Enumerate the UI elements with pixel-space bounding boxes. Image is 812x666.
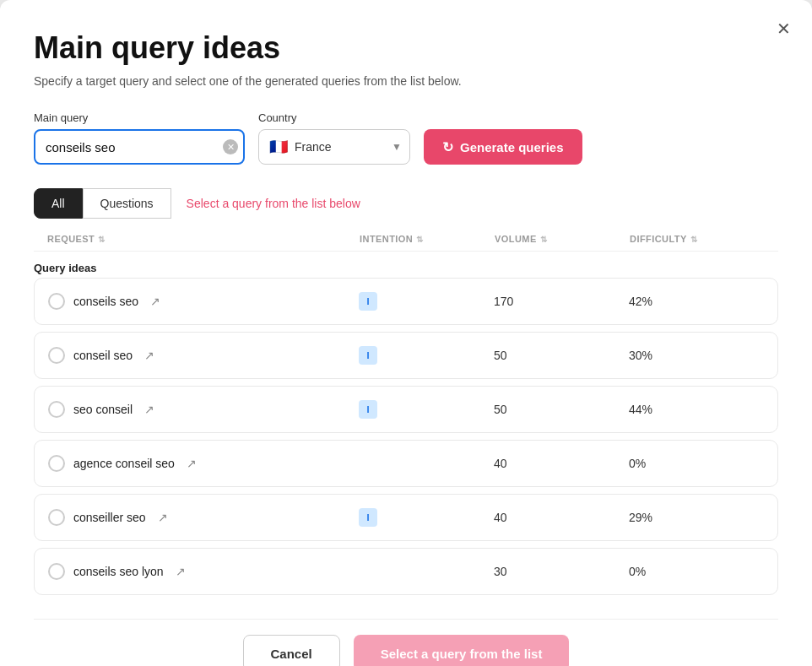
intention-cell: I [359,346,494,365]
close-button[interactable]: ✕ [770,15,797,42]
volume-cell: 170 [494,295,629,308]
query-name-cell: conseiller seo ↗ [48,509,359,526]
country-value: France [295,140,332,154]
radio-circle [48,563,65,580]
country-select-wrap: 🇫🇷 France ▼ [258,129,410,165]
cancel-button[interactable]: Cancel [243,635,340,666]
query-name-cell: seo conseil ↗ [48,401,359,418]
generate-queries-button[interactable]: ↻ Generate queries [424,129,582,165]
main-query-input[interactable] [34,129,245,165]
difficulty-cell: 0% [629,565,764,578]
main-query-field: Main query ✕ [34,111,245,165]
table-header: REQUEST ⇅ INTENTION ⇅ VOLUME ⇅ DIFFICULT… [34,234,778,252]
difficulty-cell: 42% [629,295,764,308]
sort-icon-intention: ⇅ [416,235,423,244]
country-field: Country 🇫🇷 France ▼ [258,111,410,165]
query-name: seo conseil [73,403,133,416]
query-section: Query ideas conseils seo ↗ I 170 42% con… [34,252,778,595]
refresh-icon: ↻ [442,139,453,155]
external-link-icon: ↗ [187,457,197,470]
intention-cell: I [359,292,494,311]
query-name-cell: conseil seo ↗ [48,347,359,364]
difficulty-cell: 29% [629,511,764,524]
volume-cell: 40 [494,457,629,470]
footer-row: Cancel Select a query from the list [34,619,778,666]
table-row[interactable]: conseils seo lyon ↗ 30 0% [34,548,778,595]
external-link-icon: ↗ [176,565,186,578]
intention-cell: I [359,508,494,527]
table-row[interactable]: conseils seo ↗ I 170 42% [34,278,778,325]
main-query-label: Main query [34,111,245,124]
intention-badge: I [359,346,377,365]
intention-badge: I [359,508,377,527]
main-modal: ✕ Main query ideas Specify a target quer… [0,0,812,666]
radio-circle [48,293,65,310]
tab-questions[interactable]: Questions [83,188,171,219]
th-intention[interactable]: INTENTION ⇅ [360,234,495,244]
radio-circle [48,455,65,472]
close-icon: ✕ [777,19,791,39]
radio-circle [48,347,65,364]
query-name-cell: agence conseil seo ↗ [48,455,359,472]
query-rows-container: conseils seo ↗ I 170 42% conseil seo ↗ I… [34,278,778,595]
external-link-icon: ↗ [158,511,168,524]
tab-all[interactable]: All [34,188,83,219]
difficulty-cell: 44% [629,403,764,416]
modal-subtitle: Specify a target query and select one of… [34,74,778,88]
sort-icon-request: ⇅ [98,235,105,244]
intention-badge: I [359,400,377,419]
tabs-row: All Questions Select a query from the li… [34,188,778,219]
query-name: conseils seo lyon [73,565,164,578]
radio-circle [48,401,65,418]
external-link-icon: ↗ [150,295,160,308]
modal-title: Main query ideas [34,30,778,66]
form-row: Main query ✕ Country 🇫🇷 France ▼ ↻ Gener… [34,111,778,165]
radio-circle [48,509,65,526]
generate-queries-label: Generate queries [460,140,564,154]
th-difficulty[interactable]: DIFFICULTY ⇅ [630,234,765,244]
table-row[interactable]: agence conseil seo ↗ 40 0% [34,440,778,487]
volume-cell: 40 [494,511,629,524]
clear-input-button[interactable]: ✕ [223,139,238,154]
difficulty-cell: 30% [629,349,764,362]
tab-hint: Select a query from the list below [187,197,360,210]
sort-icon-volume: ⇅ [540,235,547,244]
volume-cell: 50 [494,349,629,362]
select-query-button[interactable]: Select a query from the list [354,635,570,666]
volume-cell: 50 [494,403,629,416]
query-name: agence conseil seo [73,457,175,470]
external-link-icon: ↗ [144,403,154,416]
sort-icon-difficulty: ⇅ [690,235,697,244]
volume-cell: 30 [494,565,629,578]
country-label: Country [258,111,410,124]
table-row[interactable]: seo conseil ↗ I 50 44% [34,386,778,433]
query-name-cell: conseils seo ↗ [48,293,359,310]
table-row[interactable]: conseiller seo ↗ I 40 29% [34,494,778,541]
external-link-icon: ↗ [144,349,154,362]
difficulty-cell: 0% [629,457,764,470]
query-name-cell: conseils seo lyon ↗ [48,563,359,580]
country-select[interactable]: 🇫🇷 France [258,129,410,165]
query-name: conseiller seo [73,511,146,524]
intention-cell: I [359,400,494,419]
table-row[interactable]: conseil seo ↗ I 50 30% [34,332,778,379]
country-flag: 🇫🇷 [269,138,288,156]
th-request[interactable]: REQUEST ⇅ [47,234,360,244]
intention-badge: I [359,292,377,311]
query-name: conseils seo [73,295,138,308]
query-name: conseil seo [73,349,133,362]
main-query-input-wrap: ✕ [34,129,245,165]
th-volume[interactable]: VOLUME ⇅ [495,234,630,244]
section-label: Query ideas [34,252,778,278]
